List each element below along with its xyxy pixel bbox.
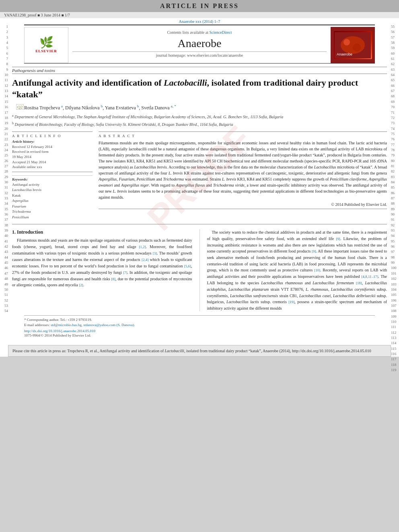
footer-cite-text: Please cite this article in press as: Tr… [12, 349, 371, 353]
cover-art: Anaerobe [334, 31, 372, 59]
line-number: 119 [390, 368, 399, 373]
copyright-line: © 2014 Published by Elsevier Ltd. [99, 202, 387, 207]
journal-homepage: journal homepage: www.elsevier.com/locat… [72, 51, 327, 58]
info-abstract-section: A R T I C L E I N F O Article history: R… [12, 131, 387, 220]
sciencedirect-line: Contents lists available at ScienceDirec… [72, 30, 327, 35]
tree-icon: 🌿 [39, 37, 53, 48]
keywords-label: Keywords: [12, 177, 93, 181]
journal-ref: Anaerobe xxx (2014) 1–7 [179, 19, 220, 24]
section-divider [12, 224, 387, 224]
available-online: Available online xxx [12, 164, 93, 170]
banner-text: ARTICLE IN PRESS [160, 2, 239, 9]
line-number: 118 [390, 362, 399, 368]
footnote-section: * Corresponding author. Tel.: +359 2 979… [24, 315, 375, 338]
journal-center: Contents lists available at ScienceDirec… [68, 27, 331, 63]
line-number: 59 [390, 45, 399, 51]
svg-point-3 [353, 43, 361, 51]
line-number: 60 [390, 51, 399, 56]
kw5: Fusarium [12, 204, 93, 210]
elsevier-wordmark: ELSEVIER [35, 49, 57, 53]
line-number: 56 [390, 29, 399, 35]
journal-header: 🌿 ELSEVIER Contents lists available at S… [24, 25, 375, 64]
footer-cite-box: Please cite this article in press as: Tr… [8, 345, 391, 357]
affiliation-a: a Department of General Microbiology, Th… [12, 113, 387, 120]
accepted-date: Accepted 21 May 2014 [12, 160, 93, 165]
article-in-press-banner: ARTICLE IN PRESS [0, 0, 399, 12]
kw1: Antifungal activity [12, 182, 93, 188]
intro-heading: 1. Introduction [12, 229, 192, 235]
abstract-col: A B S T R A C T Filamentous moulds are t… [99, 131, 387, 220]
revised-label: Received in revised form [12, 149, 93, 154]
kw4: Aspergillus [12, 198, 93, 204]
header-meta: YANAE1298_proof ■ 3 June 2014 ■ 1/7 [0, 12, 399, 18]
article-info-box: A R T I C L E I N F O Article history: R… [12, 131, 93, 172]
intro-section: 1. Introduction Filamentous moulds and y… [12, 229, 387, 311]
q2-mark: Q2 [16, 104, 24, 110]
line-number: 2 [0, 29, 9, 35]
kw3: Katak [12, 193, 93, 199]
line-number: 58 [390, 40, 399, 45]
line-number: 117 [390, 357, 399, 362]
authors: Rositsa Tropcheva a, Dilyana Nikolova b,… [24, 104, 387, 111]
meta-left: YANAE1298_proof ■ 3 June 2014 ■ 1/7 [4, 13, 70, 17]
intro-col-right: The society wants to reduce the chemical… [207, 229, 387, 311]
abstract-box: A B S T R A C T Filamentous moulds are t… [99, 131, 387, 209]
journal-title: Anaerobe [72, 37, 327, 50]
journal-ref-line: Anaerobe xxx (2014) 1–7 [12, 18, 387, 25]
line-number: 3 [0, 35, 9, 40]
kw6: Trichoderma [12, 209, 93, 215]
corresponding-author: * Corresponding author. Tel.: +359 2 979… [24, 317, 375, 322]
line-number: 5 [0, 45, 9, 51]
intro-col2-text: The society wants to reduce the chemical… [207, 229, 387, 311]
line-number: 116 [390, 351, 399, 357]
line-number: 57 [390, 35, 399, 40]
line-number: 1 [0, 24, 9, 29]
svg-point-1 [341, 36, 365, 54]
abstract-text: Filamentous moulds are the main spoilage… [99, 140, 387, 200]
intro-col1-text: Filamentous moulds and yeasts are the ma… [12, 237, 192, 288]
col-divider [200, 229, 200, 311]
main-content: Pathogenesis and toxins Antifungal activ… [0, 64, 399, 342]
email-link[interactable]: std@microbio.bas.bg, stdanova@yahoo.com … [51, 323, 135, 327]
elsevier-logo: 🌿 ELSEVIER [24, 27, 68, 63]
email-addresses: E-mail addresses: std@microbio.bas.bg, s… [24, 322, 375, 328]
abstract-title: A B S T R A C T [99, 134, 387, 138]
article-info-title: A R T I C L E I N F O [12, 134, 93, 138]
article-title: Antifungal activity and identification o… [12, 77, 387, 100]
section-tag: Pathogenesis and toxins [12, 67, 387, 74]
line-number: 4 [0, 40, 9, 45]
line-number: 61 [390, 56, 399, 62]
keywords-section: Keywords: Antifungal activity Lactobacil… [12, 175, 93, 220]
doi-line[interactable]: http://dx.doi.org/10.1016/j.anaerobe.201… [24, 329, 375, 333]
kw2: Lactobacillus brevis [12, 187, 93, 193]
received-date: Received 12 February 2014 [12, 144, 93, 150]
svg-point-2 [343, 39, 350, 45]
svg-text:Anaerobe: Anaerobe [337, 52, 352, 56]
line-number: 7 [0, 56, 9, 62]
intro-col-left: 1. Introduction Filamentous moulds and y… [12, 229, 192, 311]
kw7: Penicillium [12, 215, 93, 220]
anaerobe-cover-image: Anaerobe [331, 27, 375, 63]
affiliation-b: b Department of Biotechnology, Faculty o… [12, 121, 387, 127]
sciencedirect-link[interactable]: ScienceDirect [209, 30, 232, 35]
issn-line: 1075-9964/© 2014 Published by Elsevier L… [24, 333, 375, 338]
line-number: 115 [390, 346, 399, 351]
article-history-label: Article history: [12, 140, 93, 144]
article-info-col: A R T I C L E I N F O Article history: R… [12, 131, 93, 220]
line-number: 6 [0, 51, 9, 56]
revised-date: 19 May 2014 [12, 154, 93, 160]
intro-two-col: 1. Introduction Filamentous moulds and y… [12, 229, 387, 311]
line-number: 55 [390, 24, 399, 29]
